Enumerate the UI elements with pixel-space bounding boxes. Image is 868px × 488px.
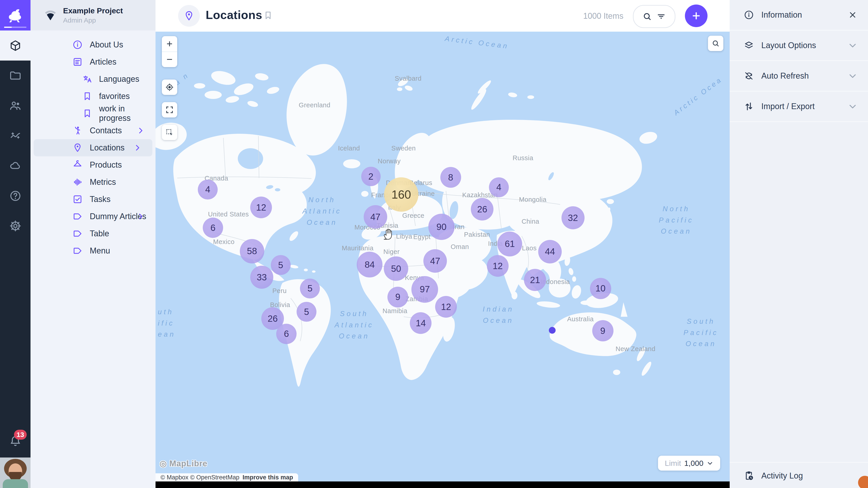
- sync-disabled-icon: [744, 71, 754, 81]
- map-cluster[interactable]: 61: [497, 232, 522, 256]
- add-item-button[interactable]: [685, 4, 708, 27]
- limit-label: Limit: [665, 459, 681, 468]
- map-cluster[interactable]: 26: [471, 198, 493, 221]
- map-cluster[interactable]: 47: [364, 205, 387, 229]
- sidebar-item-languages[interactable]: Languages: [31, 70, 156, 88]
- sidebar-item-work-in-progress[interactable]: work in progress: [31, 105, 156, 122]
- sidebar-item-metrics[interactable]: Metrics: [31, 173, 156, 191]
- label-icon: [72, 246, 83, 256]
- geolocate-button[interactable]: [162, 79, 177, 95]
- sidebar-item-label: work in progress: [99, 104, 156, 123]
- sidebar-item-label: Languages: [99, 74, 139, 84]
- module-folder-button[interactable]: [0, 61, 31, 91]
- search-filter-button[interactable]: [633, 5, 675, 28]
- module-collections-button[interactable]: [0, 31, 31, 61]
- map-cluster[interactable]: 32: [561, 206, 585, 229]
- country-label: United States: [208, 210, 249, 218]
- ocean-label: North Pacific Ocean: [659, 203, 694, 237]
- page-header: Locations 1000 Items: [156, 0, 730, 32]
- country-label: Egypt: [413, 233, 431, 240]
- sidebar-item-label: favorites: [99, 92, 130, 101]
- module-insights-button[interactable]: [0, 121, 31, 151]
- map-cluster[interactable]: 6: [203, 218, 223, 238]
- sidebar-item-label: Metrics: [90, 177, 116, 187]
- module-help-button[interactable]: [0, 181, 31, 211]
- sidebar-item-contacts[interactable]: Contacts: [31, 122, 156, 139]
- right-sidebar: Information Layout Options Auto Refresh …: [730, 0, 868, 488]
- project-switcher[interactable]: Example Project Admin App: [31, 0, 156, 31]
- sidebar-item-about-us[interactable]: About Us: [31, 36, 156, 53]
- map-cluster[interactable]: 12: [250, 197, 272, 218]
- map-letterbox: [156, 482, 730, 488]
- notifications-button[interactable]: [0, 426, 31, 456]
- activity-log-button[interactable]: Activity Log: [730, 462, 868, 488]
- map-cluster[interactable]: 97: [411, 276, 438, 303]
- country-label: Mexico: [213, 238, 235, 246]
- country-label: Sweden: [391, 144, 416, 152]
- map-cluster[interactable]: 4: [198, 180, 218, 199]
- map-canvas[interactable]: GreenlandSvalbardIcelandSwedenNorwayDenm…: [156, 32, 730, 482]
- map-cluster[interactable]: 12: [487, 255, 508, 277]
- sidebar-item-articles[interactable]: Articles: [31, 53, 156, 70]
- zoom-out-button[interactable]: [162, 52, 177, 67]
- map-cluster[interactable]: 5: [297, 302, 316, 322]
- map-cluster[interactable]: 21: [524, 269, 546, 291]
- map-cluster[interactable]: 47: [423, 249, 447, 273]
- sidebar-section-auto-refresh[interactable]: Auto Refresh: [730, 61, 868, 92]
- map-cluster[interactable]: 50: [384, 256, 408, 281]
- module-people-button[interactable]: [0, 91, 31, 121]
- box-select-button[interactable]: [162, 125, 177, 140]
- sidebar-section-layout-options[interactable]: Layout Options: [730, 31, 868, 61]
- map-cluster[interactable]: 8: [440, 167, 461, 188]
- map-cluster[interactable]: 14: [410, 312, 432, 334]
- improve-map-link[interactable]: Improve this map: [243, 474, 293, 481]
- user-avatar[interactable]: [0, 457, 31, 488]
- bookmark-page-button[interactable]: [263, 10, 273, 20]
- search-icon: [642, 11, 652, 22]
- close-icon[interactable]: [848, 10, 857, 20]
- activity-log-label: Activity Log: [761, 471, 803, 481]
- zoom-in-button[interactable]: [162, 36, 177, 52]
- sidebar-item-products[interactable]: Products: [31, 156, 156, 173]
- map-cluster[interactable]: 2: [361, 167, 381, 186]
- sidebar-item-label: Contacts: [90, 126, 122, 135]
- module-cloud-button[interactable]: [0, 151, 31, 181]
- map-cluster[interactable]: 160: [384, 177, 418, 212]
- sidebar-item-locations[interactable]: Locations: [34, 139, 152, 156]
- map-cluster[interactable]: 44: [538, 240, 562, 263]
- map-cluster[interactable]: 58: [240, 239, 264, 263]
- sidebar-item-dummy-articles[interactable]: Dummy Articles: [31, 208, 156, 225]
- map-search-button[interactable]: [708, 36, 723, 51]
- map-cluster[interactable]: 84: [357, 252, 382, 278]
- country-label: Greece: [402, 212, 424, 219]
- sidebar-item-tasks[interactable]: Tasks: [31, 191, 156, 208]
- translate-icon: [82, 74, 92, 84]
- sidebar-section-information[interactable]: Information: [730, 0, 868, 31]
- map-cluster[interactable]: 12: [435, 296, 457, 318]
- map-cluster[interactable]: 90: [428, 214, 455, 240]
- app-window: 13 Example Project Admin App About Us Ar…: [0, 0, 868, 488]
- navigation-sidebar: Example Project Admin App About Us Artic…: [31, 0, 156, 488]
- map-point-marker[interactable]: [549, 327, 556, 334]
- fullscreen-button[interactable]: [162, 102, 177, 118]
- map-cluster[interactable]: 5: [300, 279, 320, 298]
- filter-icon: [656, 11, 666, 22]
- country-label: Australia: [567, 315, 594, 323]
- map-cluster[interactable]: 6: [276, 324, 297, 344]
- map-cluster[interactable]: 9: [592, 320, 614, 341]
- module-settings-button[interactable]: [0, 211, 31, 241]
- ocean-label: South Atlantic Ocean: [335, 308, 374, 342]
- app-logo[interactable]: [0, 0, 31, 31]
- sidebar-item-menu[interactable]: Menu: [31, 242, 156, 259]
- limit-dropdown[interactable]: Limit 1,000: [658, 456, 720, 470]
- maplibre-wordmark[interactable]: ◎ MapLibre: [160, 459, 207, 468]
- map-cluster[interactable]: 5: [271, 255, 291, 275]
- sidebar-item-table[interactable]: Table: [31, 225, 156, 242]
- country-label: Russia: [513, 154, 533, 162]
- sidebar-section-import-export[interactable]: Import / Export: [730, 92, 868, 122]
- map-cluster[interactable]: 4: [489, 177, 509, 197]
- map-cluster[interactable]: 10: [590, 278, 611, 299]
- map-cluster[interactable]: 9: [388, 287, 408, 307]
- map-cluster[interactable]: 33: [250, 266, 273, 289]
- sidebar-item-favorites[interactable]: favorites: [31, 88, 156, 105]
